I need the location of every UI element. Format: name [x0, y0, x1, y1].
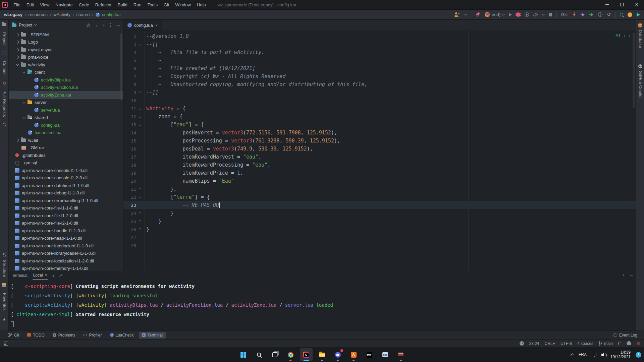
tab-structure[interactable]: Structure: [2, 260, 7, 277]
menu-refactor[interactable]: Refactor: [92, 0, 115, 9]
fold-open-icon[interactable]: [139, 196, 141, 198]
gutter[interactable]: 20: [123, 179, 144, 184]
gutter[interactable]: 3: [123, 42, 144, 47]
tree-item-client[interactable]: client: [9, 69, 123, 76]
commit[interactable]: [3, 82, 6, 84]
gutter[interactable]: 9: [123, 90, 144, 95]
menu-navigate[interactable]: Navigate: [52, 0, 75, 9]
stop-button[interactable]: [549, 13, 552, 16]
fold-close-icon[interactable]: [139, 220, 141, 223]
tab-database[interactable]: Database: [638, 23, 643, 48]
gutter[interactable]: 11: [123, 106, 144, 111]
toolwindow-button-terminal[interactable]: >Terminal: [139, 332, 166, 339]
taskbar-discord[interactable]: [331, 348, 344, 361]
gutter[interactable]: 2: [123, 34, 144, 39]
status-sync-settings[interactable]: [627, 342, 631, 345]
gutter[interactable]: 23: [123, 203, 144, 208]
tree-item-server[interactable]: server: [9, 99, 123, 107]
taskbar-mw-app[interactable]: MW: [363, 348, 376, 361]
tree-item-server.lua[interactable]: server.lua: [9, 106, 123, 114]
gutter[interactable]: 24: [123, 211, 144, 216]
push-icon[interactable]: [581, 13, 585, 17]
tree-item-mysql-async[interactable]: mysql-async: [9, 46, 123, 54]
menu-git[interactable]: Git: [161, 0, 172, 9]
pull-requests[interactable]: [3, 123, 6, 126]
tree-item-api-ms-win-core-errorhandling-l1-1-0.dll[interactable]: api-ms-win-core-errorhandling-l1-1-0.dll: [9, 197, 123, 204]
status-indent[interactable]: 4 spaces: [577, 341, 593, 346]
tree-item-config.lua[interactable]: config.lua: [9, 121, 123, 129]
tree-item-activityzone.lua[interactable]: activityZone.lua: [9, 91, 123, 99]
gutter[interactable]: 14: [123, 130, 144, 135]
gutter[interactable]: 28: [123, 243, 144, 248]
tree-item-wactivity[interactable]: wActivity: [9, 61, 123, 69]
tree-item-api-ms-win-core-localization-l1-2-0.dll[interactable]: api-ms-win-core-localization-l1-2-0.dll: [9, 257, 123, 265]
chevron-right-icon[interactable]: [16, 56, 19, 59]
ide-update-icon[interactable]: ↑: [628, 12, 632, 17]
tab-config-lua[interactable]: config.lua ×: [123, 20, 162, 31]
gutter[interactable]: 6: [123, 66, 144, 71]
tree-item-wjail[interactable]: wJail: [9, 136, 123, 144]
users-icon[interactable]: [454, 12, 460, 17]
fold-open-icon[interactable]: [139, 115, 141, 118]
notification-badge[interactable]: 3: [636, 352, 641, 358]
chevron-down-icon[interactable]: [464, 13, 467, 15]
project-folder[interactable]: [2, 23, 6, 26]
gutter[interactable]: 8: [123, 82, 144, 87]
chevron-down-icon[interactable]: [22, 70, 26, 73]
status-line-separator[interactable]: CRLF: [545, 341, 555, 346]
debug-button[interactable]: [516, 12, 520, 17]
fold-close-icon[interactable]: [139, 228, 141, 231]
next-problem-icon[interactable]: ↓: [629, 33, 631, 38]
taskbar-taskbar-search[interactable]: [253, 348, 265, 361]
gutter[interactable]: 22: [123, 195, 144, 200]
search-everywhere-icon[interactable]: [620, 13, 623, 16]
tree-item-_gm.rar[interactable]: _GM.rar: [9, 144, 123, 152]
history-icon[interactable]: [598, 12, 602, 17]
favorites-star[interactable]: ★: [2, 317, 6, 322]
gutter[interactable]: 27: [123, 235, 144, 240]
toolwindow-button-problems[interactable]: !Problems: [50, 332, 78, 339]
locate-file-icon[interactable]: ◎: [86, 23, 90, 27]
breadcrumb-resources[interactable]: resources: [29, 12, 48, 17]
gutter[interactable]: 18: [123, 163, 144, 168]
taskbar-chrome[interactable]: [284, 348, 297, 361]
fold-open-icon[interactable]: [139, 43, 141, 46]
options-kebab-icon[interactable]: ⋮: [108, 23, 113, 27]
gutter[interactable]: 13: [123, 122, 144, 127]
taskbar-voicemeeter[interactable]: VOICEMEETER: [394, 348, 407, 361]
taskbar-file-explorer[interactable]: [316, 348, 328, 361]
build-hammer-icon[interactable]: [476, 12, 480, 17]
hidden-icons-chevron[interactable]: [570, 353, 574, 357]
chevron-right-icon[interactable]: [16, 48, 19, 51]
tree-item-pma-voice[interactable]: pma-voice: [9, 54, 123, 61]
code-area[interactable]: 2--@version 1.03--[[4 ~ This file is par…: [123, 31, 636, 271]
tree-item-api-ms-win-core-interlocked-l1-1-0.dll[interactable]: api-ms-win-core-interlocked-l1-1-0.dll: [9, 242, 123, 250]
profiler-icon[interactable]: [533, 13, 538, 16]
gutter[interactable]: 25: [123, 219, 144, 224]
toolwindow-button-profiler[interactable]: Profiler: [80, 332, 105, 339]
terminal-tab-close-icon[interactable]: ×: [45, 273, 47, 278]
rollback-icon[interactable]: ↺: [607, 12, 611, 17]
menu-help[interactable]: Help: [194, 0, 209, 9]
chevron-down-icon[interactable]: [22, 100, 26, 104]
breadcrumb-shared[interactable]: shared: [76, 12, 90, 17]
status-caret-position[interactable]: 23:24: [529, 341, 539, 346]
tree-item-api-ms-win-core-file-l1-1-0.dll[interactable]: api-ms-win-core-file-l1-1-0.dll: [9, 204, 123, 212]
inspections-widget[interactable]: A1 ↑ ↓: [615, 33, 631, 38]
tree-item-shared[interactable]: shared: [9, 114, 123, 122]
maximize-button[interactable]: [614, 0, 629, 9]
tree-item-api-ms-win-core-console-l1-2-0.dll[interactable]: api-ms-win-core-console-l1-2-0.dll: [9, 174, 123, 182]
fold-open-icon[interactable]: [139, 107, 141, 110]
tree-item-api-ms-win-core-heap-l1-1-0.dll[interactable]: api-ms-win-core-heap-l1-1-0.dll: [9, 235, 123, 242]
chevron-right-icon[interactable]: [16, 41, 19, 44]
tree-item-activityblips.lua[interactable]: activityBlips.lua: [9, 76, 123, 84]
tree-item-logo[interactable]: Logo: [9, 39, 123, 46]
tree-item-.gitattributes[interactable]: .gitattributes: [9, 152, 123, 159]
collapse-all-icon[interactable]: ↕: [101, 23, 105, 27]
tab-favorites[interactable]: Favorites: [2, 293, 7, 311]
menu-file[interactable]: File: [10, 0, 23, 9]
tree-item-activityfunction.lua[interactable]: activityFunction.lua: [9, 84, 123, 92]
expand-terminal-icon[interactable]: ↗: [59, 273, 62, 278]
menu-build[interactable]: Build: [115, 0, 130, 9]
status-data-sharing[interactable]: [520, 341, 524, 346]
